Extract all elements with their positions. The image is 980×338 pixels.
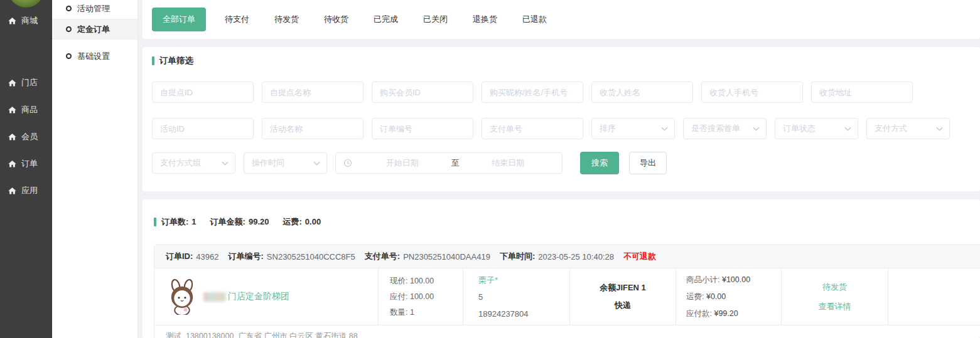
- payment-sn-label: 支付单号:: [365, 251, 400, 262]
- receiver-name-input[interactable]: [591, 82, 693, 103]
- status-badge: 待发货: [822, 282, 847, 293]
- summary-freight-label: 运费:: [283, 217, 301, 226]
- green-bar-icon: [152, 56, 154, 65]
- buyer-nickname-input[interactable]: [482, 82, 583, 103]
- summary-freight-value: 0.00: [305, 217, 321, 226]
- clock-icon: [343, 159, 352, 167]
- activity-id-input[interactable]: [152, 118, 254, 139]
- sidebar-item-goods[interactable]: 商品: [0, 100, 52, 119]
- freight-line: 运费: ¥0.00: [686, 288, 781, 305]
- summary-order-count: 订单数:1: [161, 216, 197, 228]
- summary-count-label: 订单数:: [161, 217, 188, 226]
- sidebar-item-label: 订单: [21, 158, 38, 169]
- tab-closed[interactable]: 已关闭: [423, 14, 448, 25]
- sidebar-item-store[interactable]: 门店: [0, 73, 52, 92]
- order-row: 门店定金阶梯团 现价: 100.00 应付: 100.00 数量: 1 栗子* …: [154, 268, 980, 325]
- submenu-item-basic-settings[interactable]: 基础设置: [52, 46, 137, 66]
- select-value: 操作时间: [252, 157, 284, 169]
- payment-sn-input[interactable]: [482, 118, 583, 139]
- filter-title: 订单筛选: [152, 55, 971, 66]
- sidebar-item-member[interactable]: 会员: [0, 127, 52, 146]
- activity-name-input[interactable]: [262, 118, 363, 139]
- product-avatar: [164, 278, 200, 315]
- pickup-point-id-input[interactable]: [152, 82, 254, 103]
- first-order-select[interactable]: 是否搜索首单: [683, 118, 767, 139]
- tab-pending-receipt[interactable]: 待收货: [324, 14, 348, 25]
- order-sn-value: SN2305251040CCC8F5: [267, 252, 355, 261]
- order-sn-input[interactable]: [372, 118, 473, 139]
- chevron-down-icon: [661, 127, 668, 131]
- tab-return-exchange[interactable]: 退换货: [473, 14, 497, 25]
- freight-label: 运费:: [686, 292, 704, 301]
- status-cell: 待发货 查看详情: [781, 268, 888, 325]
- order-card-header: 订单ID: 43962 订单编号: SN2305251040CCC8F5 支付单…: [154, 245, 980, 268]
- product-name-link[interactable]: 门店定金阶梯团: [203, 291, 289, 302]
- non-refundable-badge: 不可退款: [623, 251, 656, 262]
- payable-line: 应付款: ¥99.20: [686, 305, 781, 322]
- buyer-member-id: 5: [478, 288, 569, 305]
- buyer-nickname-link[interactable]: 栗子*: [478, 272, 569, 288]
- export-button[interactable]: 导出: [629, 152, 667, 174]
- sidebar-item-label: 商城: [21, 15, 38, 26]
- circle-icon: [66, 6, 72, 11]
- filter-row-1: [152, 82, 971, 103]
- product-cell: 门店定金阶梯团: [154, 268, 378, 325]
- chevron-down-icon: [753, 127, 760, 131]
- search-button[interactable]: 搜索: [580, 152, 619, 174]
- submenu-item-deposit-orders[interactable]: 定金订单: [52, 19, 137, 40]
- operation-time-select[interactable]: 操作时间: [244, 152, 327, 174]
- sidebar-item-label: 商品: [21, 104, 38, 115]
- select-value: 排序: [600, 123, 616, 134]
- date-range-picker[interactable]: 开始日期 至 结束日期: [335, 152, 563, 174]
- orders-panel: 订单数:1 订单金额:99.20 运费:0.00 订单ID: 43962 订单编…: [143, 199, 980, 338]
- receiver-phone-input[interactable]: [701, 82, 803, 103]
- home-icon: [8, 132, 17, 142]
- buyer-cell: 栗子* 5 18924237804: [463, 268, 569, 325]
- chevron-down-icon: [222, 161, 229, 166]
- submenu-item-activity-management[interactable]: 活动管理: [52, 0, 137, 19]
- chevron-down-icon: [936, 127, 943, 131]
- sidebar-item-label: 会员: [21, 131, 38, 142]
- sidebar-item-mall[interactable]: 商城: [0, 11, 52, 30]
- totals-cell: 商品小计: ¥100.00 运费: ¥0.00 应付款: ¥99.20: [676, 268, 781, 325]
- tab-pending-shipment[interactable]: 待发货: [274, 14, 299, 25]
- summary-count-value: 1: [191, 217, 196, 226]
- home-icon: [8, 105, 17, 115]
- payable-value: ¥99.20: [714, 309, 738, 318]
- tab-all-orders[interactable]: 全部订单: [152, 8, 206, 31]
- tab-completed[interactable]: 已完成: [374, 14, 398, 25]
- price-value: 100.00: [410, 277, 434, 285]
- payment-group-select[interactable]: 支付方式组: [152, 152, 235, 174]
- home-icon: [8, 16, 17, 26]
- order-sn-label: 订单编号:: [229, 251, 264, 262]
- due-label: 应付:: [390, 292, 407, 301]
- due-value: 100.00: [410, 292, 434, 301]
- view-detail-link[interactable]: 查看详情: [819, 301, 851, 312]
- pickup-point-name-input[interactable]: [262, 82, 363, 103]
- summary-amount-label: 订单金额:: [210, 217, 245, 226]
- end-date-field[interactable]: 结束日期: [462, 157, 555, 169]
- sidebar-item-order[interactable]: 订单: [0, 154, 52, 173]
- order-status-select[interactable]: 订单状态: [775, 118, 858, 139]
- buyer-member-id-input[interactable]: [372, 82, 473, 103]
- start-date-field[interactable]: 开始日期: [356, 157, 449, 169]
- chevron-down-icon: [844, 127, 851, 131]
- sidebar-item-label: 应用: [21, 185, 38, 196]
- price-line: 现价: 100.00: [390, 273, 463, 289]
- tab-pending-payment[interactable]: 待支付: [225, 14, 249, 25]
- payable-label: 应付款:: [686, 309, 712, 318]
- tab-refunded[interactable]: 已退款: [522, 14, 547, 25]
- order-status-tabs: 全部订单 待支付 待发货 待收货 已完成 已关闭 退换货 已退款: [143, 0, 980, 39]
- product-name: 门店定金阶梯团: [228, 291, 289, 302]
- order-time-label: 下单时间:: [500, 251, 535, 262]
- order-address: 测试 13800138000 广东省 广州市 白云区 黄石街道 88: [154, 325, 980, 338]
- payment-method-select[interactable]: 支付方式: [866, 118, 950, 139]
- order-card: 订单ID: 43962 订单编号: SN2305251040CCC8F5 支付单…: [154, 245, 980, 338]
- receiver-address-input[interactable]: [811, 82, 913, 103]
- actions-cell: [888, 268, 980, 325]
- sort-select[interactable]: 排序: [591, 118, 675, 139]
- redacted-text: [203, 292, 226, 302]
- circle-icon: [66, 53, 72, 59]
- sidebar-item-app[interactable]: 应用: [0, 181, 52, 200]
- main-content: 全部订单 待支付 待发货 待收货 已完成 已关闭 退换货 已退款 订单筛选: [138, 0, 980, 338]
